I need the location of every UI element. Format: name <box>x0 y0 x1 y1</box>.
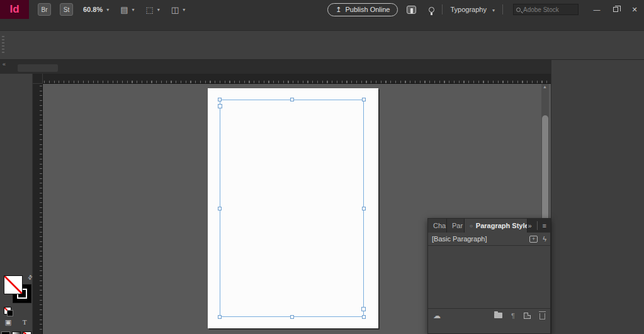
ruler-origin-corner[interactable] <box>33 74 43 84</box>
adobe-stock-search[interactable]: Adobe Stock <box>513 4 579 15</box>
menu-bar <box>0 19 644 30</box>
arrange-documents-icon[interactable]: ◫ ▾ <box>171 5 185 14</box>
restore-icon <box>613 7 618 12</box>
frame-handle[interactable] <box>362 98 366 101</box>
formatting-affects-text-button[interactable]: T <box>16 316 33 328</box>
text-frame-content <box>221 100 364 318</box>
sync-icon: ○ <box>470 223 473 229</box>
default-fill-stroke-icon[interactable] <box>4 307 11 314</box>
panel-tab-strip: Cha Par ○ Paragraph Styles » ≡ <box>428 219 550 233</box>
frame-handle[interactable] <box>290 98 294 101</box>
indesign-logo: Id <box>0 0 29 19</box>
title-bar: Id Br St 60.8% ▾ ▤ ▾ ⬚ ▾ ◫ ▾ ↥Publish On… <box>0 0 644 19</box>
apply-none-button[interactable] <box>21 328 33 334</box>
stock-button[interactable]: St <box>60 3 73 16</box>
divider <box>502 4 503 14</box>
current-style-row: [Basic Paragraph] + ϟ <box>428 233 550 246</box>
tab-bar-grip <box>18 64 58 72</box>
zoom-chevron-icon[interactable]: ▾ <box>106 7 109 13</box>
scroll-up-icon[interactable]: ▲ <box>543 84 547 89</box>
panel-dock <box>551 60 644 334</box>
tab-paragraph-styles[interactable]: ○ Paragraph Styles <box>465 219 528 233</box>
lightbulb-icon[interactable] <box>429 7 434 13</box>
new-style-group-icon[interactable] <box>494 313 502 318</box>
panel-menu-icon[interactable]: ≡ <box>543 222 546 229</box>
indesign-window: Id Br St 60.8% ▾ ▤ ▾ ⬚ ▾ ◫ ▾ ↥Publish On… <box>0 0 644 334</box>
text-in-port[interactable] <box>218 104 222 108</box>
tab-paragraph[interactable]: Par <box>447 219 465 233</box>
create-new-style-icon[interactable] <box>524 313 531 319</box>
apply-color-button[interactable] <box>0 328 11 334</box>
frame-handle[interactable] <box>218 207 222 210</box>
screen-mode-icon[interactable]: ⬚ ▾ <box>146 5 160 14</box>
clear-overrides-icon[interactable]: ¶ <box>511 312 515 320</box>
divider <box>537 221 538 230</box>
tools-panel: ⇄ ▣ T ▩ ▢ <box>0 74 33 334</box>
delete-style-icon[interactable] <box>539 313 545 320</box>
bridge-button[interactable]: Br <box>38 3 51 16</box>
formatting-affects-container-button[interactable]: ▣ <box>0 316 16 328</box>
divider <box>442 4 443 14</box>
frame-handle[interactable] <box>218 98 222 101</box>
new-style-plus-icon[interactable]: + <box>529 236 538 243</box>
collapse-icon[interactable]: « <box>3 61 6 67</box>
tab-character-styles[interactable]: Cha <box>428 219 447 233</box>
control-panel: X: ▴▾3p0 Y: ▴▾3p0 W: ▴▾28p11.528 H: ▴▾43… <box>0 30 644 60</box>
panel-grip[interactable] <box>2 36 4 55</box>
text-frame[interactable] <box>220 100 364 317</box>
frame-handle[interactable] <box>362 207 366 210</box>
search-placeholder: Adobe Stock <box>523 6 559 13</box>
close-button[interactable]: ✕ <box>625 3 644 16</box>
restore-button[interactable] <box>606 3 625 16</box>
paragraph-styles-panel: Cha Par ○ Paragraph Styles » ≡ [Basic Pa… <box>427 218 551 334</box>
text-out-port[interactable] <box>361 307 366 311</box>
frame-handle[interactable] <box>290 315 294 319</box>
panel-footer: ☁ ¶ <box>428 308 550 322</box>
horizontal-ruler <box>43 74 551 84</box>
style-override-icon[interactable]: ϟ <box>543 235 546 243</box>
styles-list <box>428 246 550 308</box>
frame-handle[interactable] <box>362 315 366 319</box>
upload-icon: ↥ <box>336 6 341 14</box>
search-icon <box>516 8 521 12</box>
workspace-switcher[interactable]: Typography ▾ <box>450 6 495 13</box>
apply-gradient-button[interactable] <box>11 328 21 334</box>
document-tab-bar: « <box>0 60 551 74</box>
fill-stroke-control[interactable]: ⇄ <box>4 274 33 303</box>
publish-online-button[interactable]: ↥Publish Online <box>327 3 398 16</box>
minimize-button[interactable]: — <box>587 3 606 16</box>
cloud-sync-icon[interactable]: ☁ <box>433 311 441 320</box>
touch-workspace-icon[interactable] <box>407 6 416 14</box>
panel-overflow-icon[interactable]: » <box>528 222 531 229</box>
view-options-icon[interactable]: ▤ ▾ <box>120 5 134 14</box>
zoom-level[interactable]: 60.8% <box>83 6 103 13</box>
current-style-name: [Basic Paragraph] <box>432 235 487 243</box>
frame-handle[interactable] <box>218 315 222 319</box>
fill-proxy[interactable] <box>4 275 23 294</box>
page <box>208 88 378 328</box>
vertical-ruler <box>33 84 43 334</box>
